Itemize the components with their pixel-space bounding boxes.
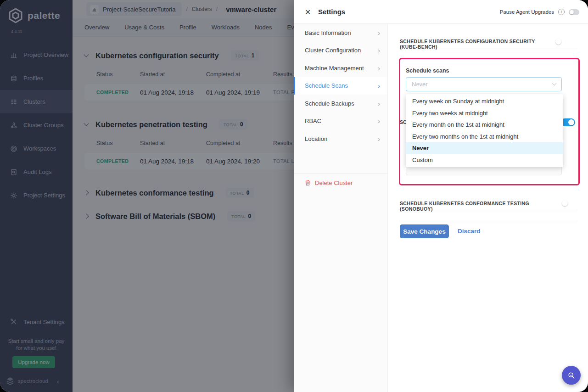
settings-nav-location[interactable]: Location ›: [294, 130, 387, 148]
chevron-right-icon: ›: [378, 46, 380, 54]
discard-link[interactable]: Discard: [458, 228, 481, 235]
schedule-scans-dropdown: Every week on Sunday at midnight Every t…: [406, 94, 563, 167]
schedule-scans-label: Schedule scans: [406, 67, 449, 74]
settings-nav: Basic Information › Cluster Configuratio…: [294, 24, 388, 392]
settings-nav-schedule-scans[interactable]: Schedule Scans ›: [294, 77, 387, 95]
divider: [400, 48, 577, 48]
app-window: palette 4.4.11 Project Overview Profiles…: [0, 0, 588, 392]
chevron-right-icon: ›: [378, 64, 380, 72]
delete-cluster-label: Delete Cluster: [315, 179, 353, 186]
divider: [400, 210, 577, 210]
divider: [400, 221, 577, 221]
chevron-right-icon: ›: [378, 29, 380, 37]
schedule-scans-select[interactable]: Never: [406, 77, 562, 91]
chevron-right-icon: ›: [378, 117, 380, 125]
settings-title: Settings: [318, 8, 345, 16]
dropdown-option-every-week[interactable]: Every week on Sunday at midnight: [406, 95, 563, 107]
settings-nav-schedule-backups[interactable]: Schedule Backups ›: [294, 95, 387, 112]
settings-nav-machine-management[interactable]: Machine Management ›: [294, 59, 387, 77]
dropdown-option-custom[interactable]: Custom: [406, 154, 563, 166]
close-icon[interactable]: ✕: [305, 8, 311, 17]
save-changes-button[interactable]: Save Changes: [400, 224, 449, 238]
trash-icon: [305, 179, 311, 186]
pause-agent-upgrades-label: Pause Agent Upgrades: [500, 9, 554, 15]
settings-nav-rbac[interactable]: RBAC ›: [294, 112, 387, 130]
chevron-right-icon: ›: [378, 82, 380, 90]
nav-label: Schedule Scans: [305, 82, 348, 89]
chevron-down-icon: [552, 81, 557, 86]
settings-nav-basic-information[interactable]: Basic Information ›: [294, 24, 387, 42]
info-icon[interactable]: i: [558, 9, 565, 15]
nav-label: Schedule Backups: [305, 100, 354, 107]
dropdown-option-every-two-months[interactable]: Every two months on the 1st at midnight: [406, 131, 563, 143]
dropdown-option-every-two-weeks[interactable]: Every two weeks at midnight: [406, 107, 563, 119]
pause-agent-upgrades-toggle[interactable]: [569, 9, 579, 15]
nav-label: Cluster Configuration: [305, 47, 361, 54]
nav-label: RBAC: [305, 118, 321, 124]
help-search-button[interactable]: [562, 366, 581, 385]
chevron-right-icon: ›: [378, 135, 380, 143]
chevron-right-icon: ›: [378, 100, 380, 107]
settings-header: ✕ Settings Pause Agent Upgrades i: [294, 0, 588, 24]
search-icon: [567, 371, 576, 380]
dropdown-option-never[interactable]: Never: [406, 142, 563, 154]
select-value: Never: [412, 81, 428, 88]
settings-nav-cluster-configuration[interactable]: Cluster Configuration ›: [294, 42, 387, 60]
nav-label: Basic Information: [305, 29, 351, 36]
dropdown-option-every-month[interactable]: Every month on the 1st at midnight: [406, 119, 563, 131]
nav-label: Machine Management: [305, 65, 364, 72]
nav-label: Location: [305, 135, 327, 142]
settings-panel: ✕ Settings Pause Agent Upgrades i Basic …: [294, 0, 588, 392]
delete-cluster-button[interactable]: Delete Cluster: [294, 174, 388, 191]
